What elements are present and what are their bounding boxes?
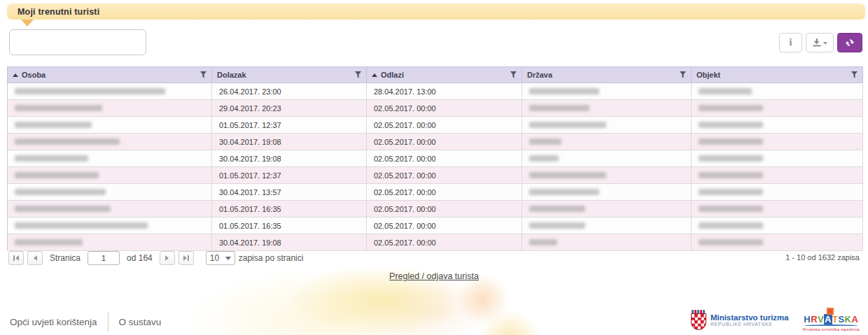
footer-divider	[108, 312, 108, 332]
previous-page-icon	[34, 255, 37, 261]
croatia-wave-underline	[804, 325, 858, 326]
next-page-button[interactable]	[160, 251, 175, 265]
table-row[interactable]: 30.04.2017. 19:0802.05.2017. 00:00	[8, 234, 863, 251]
filter-funnel-icon[interactable]	[680, 71, 686, 78]
cell-osoba[interactable]	[8, 201, 212, 218]
redacted-object	[699, 172, 763, 178]
filter-funnel-icon[interactable]	[355, 71, 361, 78]
chevron-down-icon	[823, 42, 827, 45]
table-row[interactable]: 01.05.2017. 16:3502.05.2017. 00:00	[8, 201, 863, 218]
cell-osoba[interactable]	[8, 184, 212, 201]
cell-objekt[interactable]	[692, 83, 863, 100]
first-page-icon	[13, 255, 15, 261]
cell-objekt[interactable]	[692, 184, 863, 201]
column-header-3[interactable]: Država	[522, 67, 692, 83]
cell-objekt[interactable]	[692, 150, 863, 167]
cell-osoba[interactable]	[8, 100, 212, 117]
refresh-button[interactable]	[837, 33, 862, 52]
redacted-country	[529, 122, 606, 128]
cell-osoba[interactable]	[8, 218, 212, 234]
tab-pointer	[21, 20, 34, 27]
page-title: Moji trenutni turisti	[18, 7, 99, 17]
previous-page-button[interactable]	[27, 251, 43, 265]
page-number-input[interactable]	[88, 251, 120, 265]
footer-links: Opći uvjeti korištenja O sustavu	[10, 312, 161, 332]
cell-osoba[interactable]	[8, 234, 212, 251]
cell-osoba[interactable]	[8, 83, 212, 100]
about-link[interactable]: O sustavu	[119, 317, 162, 327]
cell-drzava	[522, 83, 692, 100]
cell-objekt[interactable]	[692, 100, 863, 117]
filter-funnel-icon[interactable]	[510, 71, 517, 78]
redacted-object	[699, 105, 763, 111]
cell-dolazak: 30.04.2017. 19:08	[212, 234, 367, 251]
table-row[interactable]: 01.05.2017. 16:3502.05.2017. 00:00	[8, 218, 863, 234]
redacted-object	[699, 155, 763, 162]
table-row[interactable]: 30.04.2017. 13:5702.05.2017. 00:00	[8, 184, 863, 201]
column-header-1[interactable]: Dolazak	[212, 67, 367, 83]
cell-osoba[interactable]	[8, 150, 212, 167]
table-row[interactable]: 26.04.2017. 23:0028.04.2017. 13:00	[8, 83, 863, 100]
cell-dolazak: 30.04.2017. 19:08	[212, 150, 367, 167]
cell-objekt[interactable]	[692, 234, 863, 251]
first-page-button[interactable]	[8, 251, 24, 265]
cell-osoba[interactable]	[8, 167, 212, 184]
last-page-button[interactable]	[178, 251, 194, 265]
cell-objekt[interactable]	[692, 201, 863, 218]
table-header-row: OsobaDolazakOdlaziDržavaObjekt	[8, 67, 863, 83]
table-row[interactable]: 30.04.2017. 19:0802.05.2017. 00:00	[8, 134, 863, 150]
table-row[interactable]: 30.04.2017. 19:0802.05.2017. 00:00	[8, 150, 863, 167]
redacted-person-name	[15, 189, 106, 195]
ministry-subtitle: REPUBLIKE HRVATSKE	[710, 322, 789, 327]
info-icon: i	[790, 37, 792, 48]
redacted-object	[699, 122, 763, 128]
redacted-country	[529, 138, 561, 145]
redacted-country	[529, 172, 606, 178]
info-button[interactable]: i	[779, 33, 802, 52]
cell-osoba[interactable]	[8, 117, 212, 134]
croatia-wordmark: HRVATSKA	[803, 315, 860, 324]
croatian-coat-of-arms-icon	[691, 310, 706, 331]
filter-funnel-icon[interactable]	[851, 71, 858, 78]
column-label: Dolazak	[217, 71, 246, 79]
cell-dolazak: 01.05.2017. 12:37	[212, 167, 367, 184]
croatia-letter: S	[838, 314, 844, 325]
column-header-4[interactable]: Objekt	[692, 67, 863, 83]
column-header-0[interactable]: Osoba	[8, 67, 212, 83]
cell-osoba[interactable]	[8, 134, 212, 150]
cell-odlazi: 02.05.2017. 00:00	[367, 184, 522, 201]
cell-dolazak: 30.04.2017. 19:08	[212, 134, 367, 150]
download-icon	[813, 38, 821, 47]
terms-link[interactable]: Opći uvjeti korištenja	[10, 317, 97, 327]
redacted-object	[699, 206, 763, 212]
table-row[interactable]: 01.05.2017. 12:3702.05.2017. 00:00	[8, 117, 863, 134]
cell-odlazi: 02.05.2017. 00:00	[367, 150, 522, 167]
page-size-select[interactable]: 10	[206, 251, 235, 265]
cell-odlazi: 02.05.2017. 00:00	[367, 134, 522, 150]
cell-dolazak: 01.05.2017. 16:35	[212, 218, 367, 234]
cell-drzava	[522, 167, 692, 184]
redacted-person-name	[15, 206, 111, 212]
column-label: Osoba	[22, 71, 46, 79]
download-button[interactable]	[806, 33, 834, 52]
ministry-of-tourism-logo: Ministarstvo turizma REPUBLIKE HRVATSKE	[691, 310, 789, 331]
column-label: Objekt	[696, 71, 720, 79]
cell-objekt[interactable]	[692, 218, 863, 234]
search-input[interactable]	[9, 29, 146, 55]
per-page-label: zapisa po stranici	[239, 253, 304, 263]
redacted-person-name	[15, 138, 120, 145]
table-row[interactable]: 01.05.2017. 12:3702.05.2017. 00:00	[8, 167, 863, 184]
review-checkout-link[interactable]: Pregled / odjava turista	[389, 271, 479, 281]
column-label: Odlazi	[381, 71, 404, 79]
page-tab: Moji trenutni turisti	[7, 3, 865, 20]
cell-objekt[interactable]	[692, 117, 863, 134]
cell-objekt[interactable]	[692, 134, 863, 150]
redacted-person-name	[15, 122, 92, 128]
cell-drzava	[522, 150, 692, 167]
cell-objekt[interactable]	[692, 167, 863, 184]
sort-ascending-icon	[372, 73, 377, 77]
filter-funnel-icon[interactable]	[200, 71, 206, 78]
redacted-object	[699, 239, 763, 245]
column-header-2[interactable]: Odlazi	[367, 67, 522, 83]
table-row[interactable]: 29.04.2017. 20:2302.05.2017. 00:00	[8, 100, 863, 117]
